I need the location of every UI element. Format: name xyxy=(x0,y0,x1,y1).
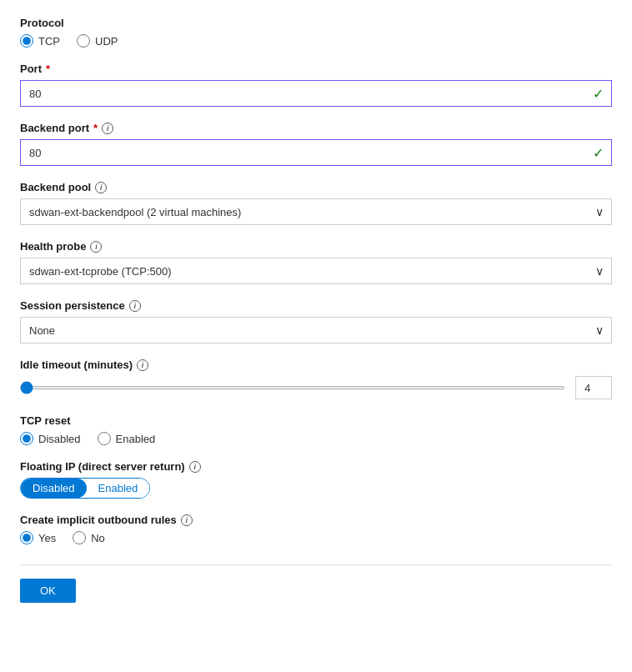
backend-pool-select[interactable]: sdwan-ext-backendpool (2 virtual machine… xyxy=(20,198,612,225)
session-persistence-info-icon[interactable]: i xyxy=(129,300,141,312)
protocol-label: Protocol xyxy=(20,17,612,29)
backend-port-required-star: * xyxy=(93,122,98,134)
tcp-reset-label: TCP reset xyxy=(20,414,612,427)
session-persistence-select-wrapper: None ∨ xyxy=(20,317,612,344)
port-label: Port * xyxy=(20,63,612,75)
backend-pool-label: Backend pool i xyxy=(20,181,612,193)
tcp-reset-disabled-label: Disabled xyxy=(38,433,81,445)
session-persistence-label: Session persistence i xyxy=(20,299,612,312)
backend-pool-select-wrapper: sdwan-ext-backendpool (2 virtual machine… xyxy=(20,198,612,225)
protocol-udp-label: UDP xyxy=(95,35,118,48)
port-check-icon: ✓ xyxy=(593,86,604,102)
outbound-rules-yes-radio[interactable] xyxy=(20,531,33,544)
outbound-rules-no-option[interactable]: No xyxy=(73,531,105,544)
tcp-reset-disabled-radio[interactable] xyxy=(20,432,33,445)
idle-timeout-slider[interactable] xyxy=(20,386,565,389)
backend-port-input-wrapper: ✓ xyxy=(20,139,612,166)
tcp-reset-enabled-option[interactable]: Enabled xyxy=(98,432,156,445)
outbound-rules-yes-option[interactable]: Yes xyxy=(20,531,56,544)
idle-timeout-value-input[interactable] xyxy=(575,376,612,399)
outbound-rules-radio-group: Yes No xyxy=(20,531,612,544)
port-input-wrapper: ✓ xyxy=(20,80,612,107)
footer-divider xyxy=(20,564,612,565)
tcp-reset-enabled-label: Enabled xyxy=(116,433,156,445)
tcp-reset-disabled-option[interactable]: Disabled xyxy=(20,432,81,445)
floating-ip-enabled-option[interactable]: Enabled xyxy=(87,479,150,498)
health-probe-select[interactable]: sdwan-ext-tcprobe (TCP:500) xyxy=(20,258,612,284)
protocol-tcp-radio[interactable] xyxy=(20,34,33,48)
tcp-reset-radio-group: Disabled Enabled xyxy=(20,432,612,445)
protocol-tcp-option[interactable]: TCP xyxy=(20,34,60,48)
protocol-radio-group: TCP UDP xyxy=(20,34,612,48)
floating-ip-info-icon[interactable]: i xyxy=(189,461,201,473)
backend-pool-info-icon[interactable]: i xyxy=(95,182,107,193)
floating-ip-toggle-group[interactable]: Disabled Enabled xyxy=(20,478,150,499)
idle-timeout-label: Idle timeout (minutes) i xyxy=(20,359,612,371)
health-probe-select-wrapper: sdwan-ext-tcprobe (TCP:500) ∨ xyxy=(20,258,612,284)
protocol-udp-radio[interactable] xyxy=(77,34,90,48)
idle-timeout-info-icon[interactable]: i xyxy=(137,359,148,371)
tcp-reset-enabled-radio[interactable] xyxy=(98,432,111,445)
floating-ip-label: Floating IP (direct server return) i xyxy=(20,460,612,473)
health-probe-label: Health probe i xyxy=(20,240,612,253)
outbound-rules-yes-label: Yes xyxy=(38,532,56,544)
backend-port-label: Backend port * i xyxy=(20,122,612,134)
protocol-udp-option[interactable]: UDP xyxy=(77,34,118,48)
outbound-rules-no-label: No xyxy=(91,532,105,544)
floating-ip-disabled-option[interactable]: Disabled xyxy=(21,479,87,498)
port-required-star: * xyxy=(46,63,50,75)
session-persistence-select[interactable]: None xyxy=(20,317,612,344)
port-input[interactable] xyxy=(20,80,612,107)
ok-button[interactable]: OK xyxy=(20,579,76,603)
backend-port-info-icon[interactable]: i xyxy=(102,123,113,134)
outbound-rules-label: Create implicit outbound rules i xyxy=(20,514,612,526)
protocol-tcp-label: TCP xyxy=(38,35,60,48)
outbound-rules-no-radio[interactable] xyxy=(73,531,86,544)
backend-port-check-icon: ✓ xyxy=(593,145,604,161)
health-probe-info-icon[interactable]: i xyxy=(90,241,102,253)
backend-port-input[interactable] xyxy=(20,139,612,166)
idle-timeout-slider-row xyxy=(20,376,612,399)
outbound-rules-info-icon[interactable]: i xyxy=(181,514,193,526)
